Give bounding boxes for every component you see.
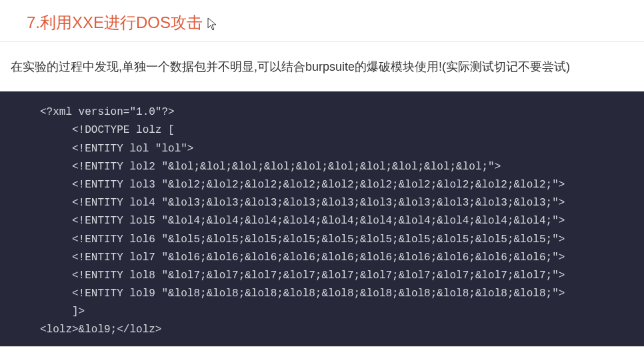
description-text: 在实验的过程中发现,单独一个数据包并不明显,可以结合burpsuite的爆破模块… — [0, 42, 644, 91]
section-heading: 7.利用XXE进行DOS攻击 — [0, 0, 644, 42]
code-block: <?xml version="1.0"?> <!DOCTYPE lolz [ <… — [0, 91, 644, 346]
